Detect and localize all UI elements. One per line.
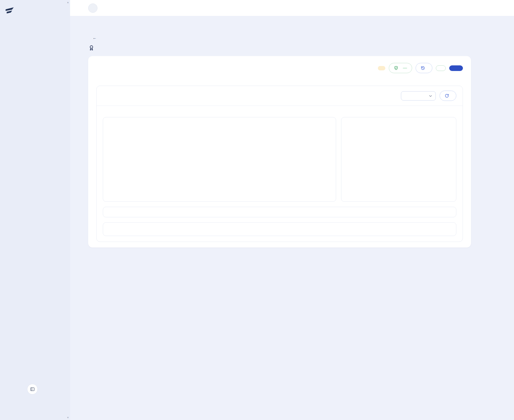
topbar: [70, 0, 514, 16]
content: ←: [70, 16, 514, 287]
readiness-button[interactable]: [389, 63, 412, 73]
publish-button[interactable]: [436, 65, 446, 71]
main: ←: [70, 0, 514, 420]
sidebar-collapse-button[interactable]: [27, 384, 38, 394]
page-title-row: [88, 45, 514, 51]
refresh-button[interactable]: [440, 91, 456, 101]
avatar[interactable]: [88, 3, 98, 13]
draft-badge: [378, 66, 385, 70]
active-alerts-card: [103, 222, 456, 236]
charts-row: [97, 112, 463, 202]
kpi-row: [97, 106, 463, 112]
refresh-icon: [445, 93, 449, 98]
readiness-ok-chip: [403, 68, 407, 69]
observability-header: [97, 86, 463, 106]
sidebar: ▲ ▼: [0, 0, 70, 420]
agent-card: [88, 56, 471, 248]
date-range-select[interactable]: [401, 91, 436, 101]
award-icon: [88, 45, 95, 51]
logo-icon: [5, 7, 14, 15]
active-alerts-header: [108, 226, 451, 230]
app: ▲ ▼ ←: [0, 0, 514, 420]
save-button[interactable]: [449, 65, 463, 71]
agent-actions: [378, 63, 463, 73]
history-icon: [421, 66, 425, 70]
top-errors-card: [103, 207, 456, 217]
chevron-down-icon: [428, 94, 433, 98]
intent-mix-chart: [346, 122, 452, 191]
agent-card-header: [96, 63, 463, 73]
trend-chart: [107, 123, 331, 198]
intent-mix-card: [341, 117, 456, 202]
logo: [0, 0, 70, 19]
footer: [88, 275, 514, 287]
observability-panel: [96, 86, 463, 242]
sidebar-scrollbar[interactable]: ▲ ▼: [66, 0, 70, 420]
back-link[interactable]: ←: [93, 35, 99, 40]
intent-legend: [346, 196, 452, 198]
trend-card: [103, 117, 336, 202]
panel-left-icon: [30, 387, 35, 392]
observability-actions: [401, 91, 456, 101]
scroll-up-icon[interactable]: ▲: [67, 1, 69, 4]
scroll-down-icon[interactable]: ▼: [67, 416, 69, 419]
top-errors-title: [108, 211, 451, 215]
shield-check-icon: [394, 66, 398, 70]
versions-button[interactable]: [416, 63, 432, 73]
back-arrow-icon: ←: [93, 35, 97, 40]
